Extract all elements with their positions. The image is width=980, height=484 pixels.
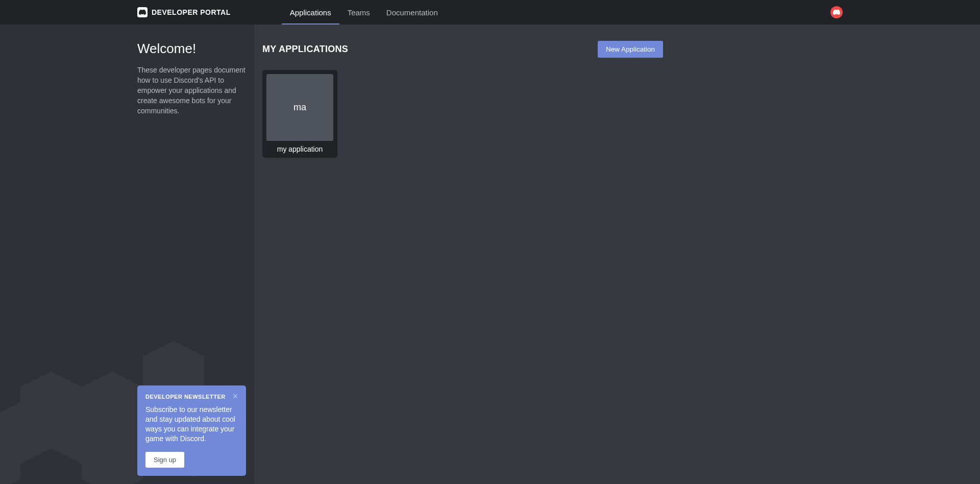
tab-label: Teams [348, 8, 370, 17]
close-icon[interactable] [232, 393, 239, 402]
tab-label: Documentation [386, 8, 438, 17]
user-avatar[interactable] [830, 6, 843, 18]
tab-teams[interactable]: Teams [339, 0, 378, 25]
main-header: MY APPLICATIONS New Application [262, 41, 663, 58]
welcome-title: Welcome! [137, 41, 246, 57]
top-header: DEVELOPER PORTAL Applications Teams Docu… [0, 0, 980, 25]
header-brand: DEVELOPER PORTAL [137, 7, 231, 17]
content: Welcome! These developer pages document … [0, 25, 980, 484]
sidebar: Welcome! These developer pages document … [0, 25, 254, 484]
main-content: MY APPLICATIONS New Application ma my ap… [254, 25, 980, 484]
portal-title: DEVELOPER PORTAL [152, 8, 231, 16]
discord-logo-icon [137, 7, 148, 17]
newsletter-title: DEVELOPER NEWSLETTER [145, 394, 238, 400]
nav-tabs: Applications Teams Documentation [282, 0, 446, 25]
application-card[interactable]: ma my application [262, 70, 337, 158]
newsletter-body: Subscribe to our newsletter and stay upd… [145, 405, 238, 444]
tab-documentation[interactable]: Documentation [378, 0, 446, 25]
application-name: my application [266, 145, 333, 153]
newsletter-card: DEVELOPER NEWSLETTER Subscribe to our ne… [137, 385, 246, 476]
welcome-text: These developer pages document how to us… [137, 65, 246, 116]
application-initials: ma [293, 102, 306, 113]
page-title: MY APPLICATIONS [262, 44, 348, 55]
tab-applications[interactable]: Applications [282, 0, 339, 25]
new-application-button[interactable]: New Application [598, 41, 663, 58]
tab-label: Applications [290, 8, 331, 17]
signup-button[interactable]: Sign up [145, 452, 184, 468]
application-thumbnail: ma [266, 74, 333, 141]
